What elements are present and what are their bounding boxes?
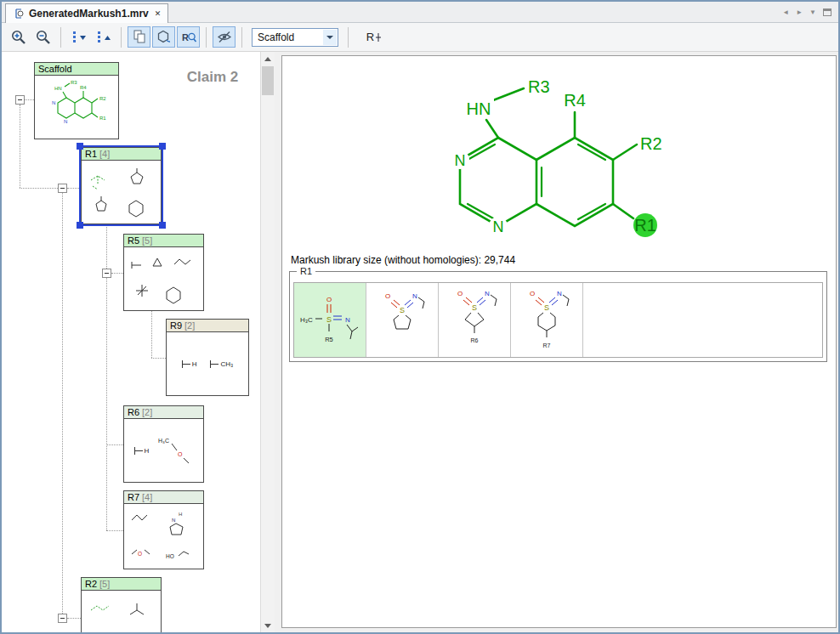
collapse-branch-button[interactable] [92, 26, 115, 48]
eye-slash-icon [216, 29, 233, 45]
tree-scrollbar[interactable] [260, 52, 275, 632]
expander-r2[interactable] [58, 614, 67, 623]
rgroup-definitions-button[interactable]: R [360, 26, 389, 48]
expander-r1[interactable] [58, 184, 67, 193]
svg-text:S: S [326, 315, 332, 324]
toolbar-separator [60, 27, 61, 48]
rgroup-label-r3: R3 [528, 77, 550, 96]
r1-definition-1[interactable]: H₃C S O N R5 [294, 283, 366, 357]
expand-branch-button[interactable] [67, 26, 90, 48]
zoom-out-button[interactable] [31, 26, 54, 48]
svg-text:S: S [400, 306, 405, 314]
tree-node-scaffold[interactable]: Scaffold HN R3 R4 R2 [34, 62, 119, 139]
expander-scaffold[interactable] [15, 95, 25, 105]
node-label: R1 [85, 149, 97, 159]
tree-connector-line [25, 99, 34, 100]
r1-definition-4-structure: S O N R7 [515, 285, 578, 356]
fragment-label: H [145, 447, 150, 455]
r1-thumbnail [82, 161, 160, 223]
r1-box-legend: R1 [297, 266, 315, 276]
claim-label: Claim 2 [170, 69, 255, 86]
svg-text:N: N [345, 316, 350, 324]
markush-tree-panel: Claim 2 Scaffold [2, 52, 260, 632]
scaffold-select[interactable]: Scaffold [252, 28, 338, 47]
toolbar-separator [121, 27, 122, 48]
rgroup-query-button[interactable]: R [177, 26, 200, 48]
svg-text:R2: R2 [99, 96, 106, 101]
r7-thumbnail: N H O HO [125, 505, 202, 568]
atom-label-hn: HN [467, 99, 491, 118]
zoom-in-button[interactable] [7, 26, 30, 48]
ring-structure-icon [156, 29, 173, 45]
svg-text:N: N [64, 119, 67, 124]
r9-thumbnail: H CH₃ [182, 360, 234, 368]
svg-text:O: O [457, 290, 463, 297]
nav-back-icon[interactable]: ◄ [782, 8, 789, 16]
node-count: [2] [142, 407, 152, 417]
tree-node-r5[interactable]: R5[5] [123, 234, 204, 311]
svg-text:R3: R3 [71, 80, 77, 85]
r1-definition-2[interactable]: S O N [366, 283, 439, 357]
tree-node-r2[interactable]: R2[5] [81, 577, 162, 632]
svg-text:HN: HN [54, 86, 62, 91]
node-label: R6 [128, 407, 139, 417]
tree-connector-line [67, 188, 81, 189]
node-count: [4] [99, 149, 110, 159]
tree-connector-line [111, 273, 123, 274]
close-icon[interactable]: ✕ [155, 9, 162, 18]
atom-label-n: N [455, 152, 466, 169]
app-window: GeneratedMarkush1.mrv ✕ ◄ ► ▼ [0, 0, 840, 634]
svg-text:S: S [544, 303, 549, 312]
scroll-up-button[interactable] [261, 52, 275, 65]
svg-text:N: N [557, 290, 562, 297]
markush-scaffold-canvas[interactable]: HN R3 R4 R2 N N R1 [282, 56, 673, 252]
svg-text:O: O [138, 551, 142, 557]
scrollbar-thumb[interactable] [262, 66, 274, 95]
toolbar-separator [206, 27, 207, 48]
node-count: [5] [142, 235, 152, 246]
r1-definition-3[interactable]: S O N R6 [439, 283, 511, 357]
scroll-down-icon [264, 624, 271, 631]
node-label: R9 [170, 320, 182, 331]
tree-connector-line [106, 444, 123, 445]
zoom-out-icon [35, 29, 52, 46]
expander-r5[interactable] [102, 269, 111, 278]
node-count: [2] [184, 320, 195, 331]
svg-text:O: O [530, 290, 535, 297]
nav-forward-icon[interactable]: ► [796, 8, 803, 16]
svg-text:R5: R5 [325, 336, 333, 343]
svg-text:HO: HO [166, 553, 174, 559]
tree-node-r6[interactable]: R6[2] H H₃C O [123, 405, 204, 483]
zoom-in-icon [10, 29, 27, 46]
show-scaffold-view-button[interactable] [152, 26, 175, 48]
svg-text:H₃C: H₃C [158, 438, 169, 444]
node-label: R7 [128, 492, 139, 502]
rgroup-button-label: R [366, 31, 374, 43]
library-size-value: 29,744 [484, 254, 515, 266]
show-structures-button[interactable] [128, 26, 150, 48]
collapse-branch-icon [95, 30, 112, 45]
restore-window-icon[interactable] [823, 8, 831, 16]
svg-text:N: N [52, 100, 55, 105]
tab-list-menu-icon[interactable]: ▼ [809, 8, 816, 16]
tab-nav-controls: ◄ ► ▼ [782, 8, 831, 16]
scroll-down-button[interactable] [261, 619, 275, 632]
selection-handle [159, 143, 166, 150]
library-size-label: Markush library size (without homologies… [291, 254, 481, 266]
r1-definition-4[interactable]: S O N R7 [511, 283, 583, 357]
chevron-down-icon [323, 30, 337, 45]
svg-text:O: O [385, 292, 390, 300]
node-label: Scaffold [38, 64, 72, 74]
tree-connector-line [67, 618, 81, 619]
tree-node-r1[interactable]: R1[4] [81, 147, 162, 224]
tree-node-r9[interactable]: R9[2] H CH₃ [166, 319, 249, 396]
hide-homologies-button[interactable] [213, 26, 236, 48]
r1-definitions-row: H₃C S O N R5 S [293, 282, 823, 358]
svg-text:R4: R4 [80, 85, 87, 90]
tree-connector-line [20, 105, 20, 188]
svg-text:S: S [472, 303, 477, 312]
tree-connector-line [151, 358, 166, 359]
scroll-up-icon [264, 54, 271, 61]
tree-node-r7[interactable]: R7[4] N H O HO [123, 490, 204, 569]
document-tab[interactable]: GeneratedMarkush1.mrv ✕ [5, 3, 168, 23]
